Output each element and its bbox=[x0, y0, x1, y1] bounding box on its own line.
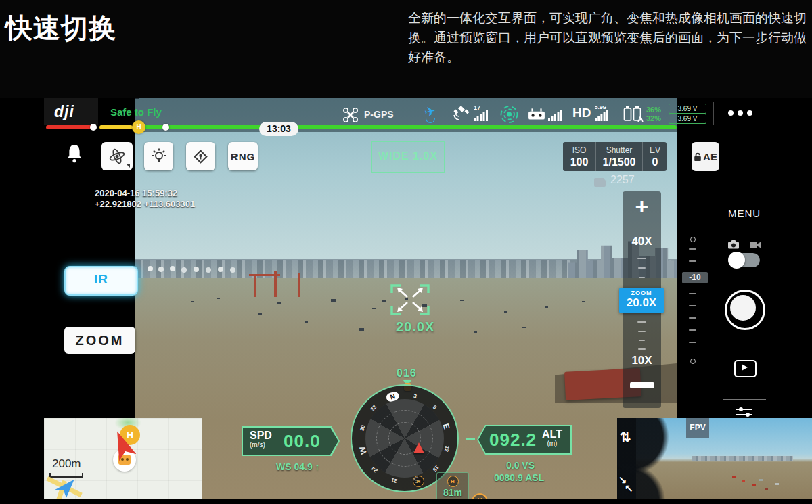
pitch-tick bbox=[689, 305, 696, 306]
exposure-panel[interactable]: ISO 100 Shutter 1/1500 EV 0 bbox=[563, 142, 667, 171]
zoom-tick bbox=[637, 321, 646, 323]
speed-panel: SPD (m/s) 00.0 bbox=[242, 426, 340, 456]
battery-bar-dot bbox=[90, 124, 97, 131]
heading-readout: 016 bbox=[397, 367, 417, 380]
zoom-crosshair-icon[interactable] bbox=[389, 282, 431, 317]
ev-value: 0 bbox=[652, 156, 658, 168]
coordinates-overlay: +22.921802 +113.603301 bbox=[95, 199, 195, 209]
gps-mode-label[interactable]: P-GPS bbox=[364, 109, 394, 120]
home-marker-icon: H bbox=[447, 476, 459, 487]
fpv-label-badge: FPV bbox=[686, 418, 709, 438]
alt-label: ALT bbox=[542, 429, 562, 440]
aircraft-icon[interactable] bbox=[342, 107, 359, 123]
alt-connector bbox=[466, 438, 475, 440]
hd-band-label: 5.8G bbox=[595, 104, 606, 110]
photo-video-toggle[interactable] bbox=[730, 253, 760, 267]
dual-battery-icon[interactable] bbox=[623, 106, 644, 123]
page-description: 全新的一体化交互界面，可实现广角、变焦和热成像相机画面的快速切换。通过预览窗口，… bbox=[408, 8, 809, 67]
gimbal-mode-button[interactable] bbox=[102, 142, 133, 170]
spd-label: SPD bbox=[250, 430, 272, 441]
playback-button[interactable] bbox=[734, 360, 757, 377]
shutter-label: Shutter bbox=[606, 145, 633, 155]
pitch-tick bbox=[689, 293, 696, 294]
battery-bar-dot bbox=[162, 124, 169, 131]
altitude-panel: 092.2 ALT (m) bbox=[477, 425, 572, 455]
shutter-column: Shutter 1/1500 bbox=[595, 142, 642, 171]
remote-controller-icon[interactable] bbox=[528, 108, 545, 120]
battery1-voltage[interactable]: 3.69 V bbox=[669, 104, 706, 114]
slider-divider bbox=[626, 231, 658, 231]
statusbar-divider bbox=[713, 102, 714, 125]
zoom-out-button[interactable] bbox=[630, 382, 654, 388]
zoom-tick bbox=[639, 277, 645, 278]
play-icon bbox=[742, 364, 748, 371]
obstacle-sensing-icon[interactable] bbox=[499, 104, 520, 124]
fpv-shore-detail bbox=[732, 476, 736, 478]
dji-logo: dji bbox=[54, 103, 74, 121]
satellite-icon[interactable] bbox=[452, 106, 471, 122]
rangefinder-button[interactable]: RNG bbox=[228, 142, 258, 170]
fpv-skyline bbox=[692, 456, 793, 461]
zoom-min-label[interactable]: 10X bbox=[623, 354, 661, 367]
sd-remaining-count[interactable]: 2257 bbox=[610, 174, 635, 186]
zoom-tick bbox=[638, 348, 646, 350]
altitude-labels: ALT (m) bbox=[542, 429, 562, 447]
expand-icon-b[interactable]: ↖ bbox=[625, 482, 633, 495]
compass-east-label: E bbox=[441, 423, 452, 431]
alt-unit: (m) bbox=[542, 440, 562, 447]
video-mode-icon[interactable] bbox=[750, 241, 761, 249]
notification-bell-icon[interactable] bbox=[66, 143, 83, 164]
battery1-voltage-value: 3.69 V bbox=[678, 105, 698, 112]
photo-mode-icon[interactable] bbox=[728, 240, 739, 249]
beacon-light-button[interactable] bbox=[144, 142, 173, 170]
flight-status-text[interactable]: Safe to Fly bbox=[110, 106, 162, 118]
compass-tick-label: 6 bbox=[432, 404, 438, 411]
home-point-badge: H bbox=[132, 120, 145, 134]
current-zoom-badge[interactable]: ZOOM 20.0X bbox=[619, 288, 664, 313]
zoom-in-button[interactable]: + bbox=[623, 194, 661, 219]
slider-divider bbox=[626, 371, 658, 371]
wind-readout: WS 04.9 ↑ bbox=[276, 461, 320, 472]
rc-dot bbox=[126, 458, 129, 461]
zoom-tick bbox=[638, 267, 646, 269]
crane bbox=[298, 273, 300, 297]
wide-lens-badge[interactable]: WIDE 1.0X bbox=[371, 141, 445, 173]
lock-icon bbox=[694, 152, 702, 162]
battery2-percent: 32% bbox=[646, 114, 661, 122]
speed-labels: SPD (m/s) bbox=[250, 430, 272, 449]
rng-label: RNG bbox=[231, 151, 255, 162]
pitch-tick bbox=[689, 260, 696, 262]
iso-column: ISO 100 bbox=[563, 142, 595, 171]
shutter-button[interactable] bbox=[725, 290, 765, 330]
asl-readout: 0080.9 ASL bbox=[494, 472, 544, 483]
waypoint-button[interactable] bbox=[186, 142, 215, 170]
compass-home-marker: H bbox=[413, 476, 424, 487]
home-distance-value: 81m bbox=[437, 487, 468, 498]
zoom-slider[interactable]: + 40X ZOOM 20.0X 10X bbox=[623, 191, 661, 408]
minimap[interactable]: H 200m bbox=[44, 418, 202, 499]
zoom-camera-button[interactable]: ZOOM bbox=[64, 327, 135, 354]
toggle-knob bbox=[728, 252, 745, 269]
menu-button[interactable]: MENU bbox=[723, 208, 766, 219]
home-distance-box: H 81m bbox=[436, 472, 469, 500]
zoom-max-label[interactable]: 40X bbox=[623, 235, 661, 248]
pitch-tick bbox=[689, 342, 696, 343]
fpv-preview-window[interactable]: ⇅ ↘ ↖ FPV bbox=[617, 418, 812, 499]
panel-divider bbox=[723, 399, 766, 400]
swap-view-icon[interactable]: ⇅ bbox=[620, 429, 631, 445]
ae-lock-button[interactable]: AE bbox=[692, 142, 719, 171]
ir-camera-button[interactable]: IR bbox=[64, 266, 138, 296]
battery2-voltage[interactable]: 3.69 V bbox=[669, 114, 706, 124]
bottom-letterbox bbox=[0, 499, 812, 504]
hd-link-label[interactable]: HD bbox=[572, 106, 591, 120]
compass-tick-label: 21 bbox=[390, 477, 398, 484]
scale-tick bbox=[82, 473, 83, 478]
compass-disc bbox=[365, 399, 444, 478]
datetime-overlay: 2020-04-16 15:59:32 bbox=[95, 188, 177, 198]
light-icon bbox=[150, 147, 168, 165]
hd-signal-bars-icon bbox=[595, 110, 608, 121]
sd-card-icon bbox=[594, 178, 606, 187]
shutter-inner bbox=[730, 295, 756, 321]
zoom-badge-label: ZOOM bbox=[619, 290, 664, 296]
more-menu-button[interactable] bbox=[728, 110, 752, 116]
